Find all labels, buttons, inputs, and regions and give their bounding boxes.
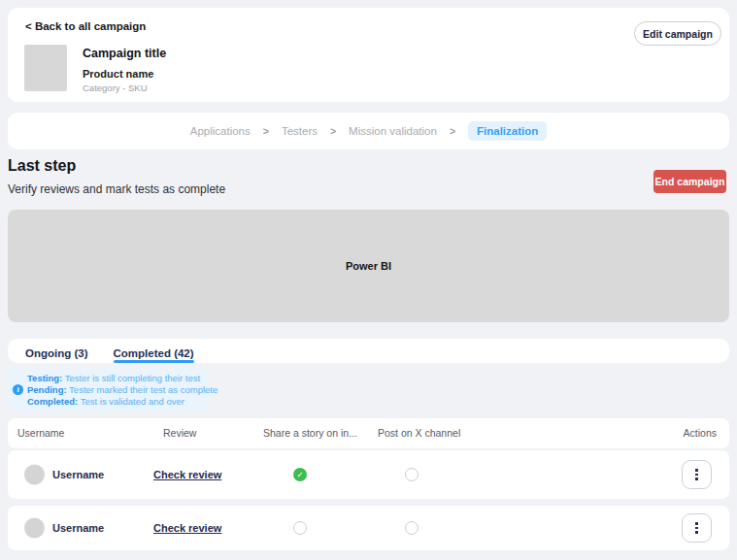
breadcrumb-item-finalization[interactable]: Finalization: [468, 121, 547, 141]
edit-campaign-button[interactable]: Edit campaign: [634, 21, 721, 46]
avatar: [24, 465, 45, 485]
check-review-link[interactable]: Check review: [153, 469, 221, 480]
status-legend-infobox: Testing: Tester is still completing thei…: [8, 369, 209, 412]
power-bi-report-panel: Power BI: [8, 210, 729, 322]
column-header-actions: Actions: [684, 418, 717, 448]
campaign-finalization-page: { "header": { "back_link": "< Back to al…: [0, 0, 737, 560]
column-header-review: Review: [163, 418, 196, 448]
chevron-right-icon: >: [263, 125, 269, 137]
legend-line-testing: Testing: Tester is still completing thei…: [27, 373, 218, 384]
breadcrumb: Applications > Testers > Mission validat…: [8, 113, 729, 149]
column-header-share-story: Share a story on in...: [263, 418, 357, 448]
share-story-status-toggle[interactable]: [293, 521, 307, 535]
check-review-link[interactable]: Check review: [153, 522, 221, 534]
legend-line-pending: Pending: Tester marked their test as com…: [27, 384, 218, 396]
category-sku: Category - SKU: [83, 82, 148, 93]
column-header-username: Username: [17, 418, 64, 448]
chevron-right-icon: >: [450, 125, 455, 137]
share-story-status-toggle[interactable]: [293, 468, 307, 481]
breadcrumb-item-mission-validation[interactable]: Mission validation: [349, 125, 437, 137]
campaign-thumbnail: [24, 45, 67, 91]
legend-line-completed: Completed: Test is validated and over: [27, 396, 218, 408]
avatar: [24, 518, 45, 539]
table-row: Username Check review: [8, 506, 729, 550]
product-name: Product name: [83, 68, 153, 80]
chevron-right-icon: >: [330, 125, 336, 137]
column-header-post-x: Post on X channel: [378, 418, 460, 448]
page-title: Last step: [8, 157, 76, 175]
page-subtitle: Verify reviews and mark tests as complet…: [8, 182, 225, 196]
row-actions-menu-button[interactable]: [682, 513, 712, 543]
table-row: Username Check review: [8, 450, 729, 499]
legend-lines: Testing: Tester is still completing thei…: [27, 373, 218, 409]
post-x-status-toggle[interactable]: [405, 521, 419, 535]
campaign-title: Campaign title: [83, 47, 166, 60]
power-bi-label: Power BI: [346, 260, 391, 272]
tab-completed[interactable]: Completed (42): [114, 343, 194, 363]
back-to-campaigns-link[interactable]: < Back to all campaign: [25, 20, 146, 32]
username-label: Username: [52, 522, 104, 534]
breadcrumb-item-testers[interactable]: Testers: [282, 125, 318, 137]
end-campaign-button[interactable]: End campaign: [653, 170, 726, 193]
tab-ongoing[interactable]: Ongoing (3): [25, 343, 88, 363]
row-actions-menu-button[interactable]: [682, 460, 712, 489]
breadcrumb-item-applications[interactable]: Applications: [190, 125, 251, 137]
info-icon: [13, 384, 23, 395]
post-x-status-toggle[interactable]: [405, 468, 419, 481]
status-tabs: Ongoing (3) Completed (42): [8, 339, 729, 363]
table-header-row: Username Review Share a story on in... P…: [8, 418, 729, 448]
campaign-header-card: < Back to all campaign Campaign title Pr…: [8, 8, 729, 102]
username-label: Username: [52, 469, 104, 480]
